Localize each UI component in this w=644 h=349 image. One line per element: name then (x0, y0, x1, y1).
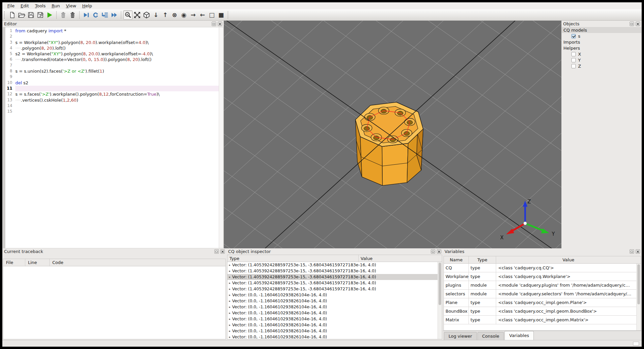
variable-row[interactable]: Planetype<class 'cadquery.occ_impl.geom.… (444, 298, 641, 307)
editor-close-button[interactable] (218, 22, 222, 26)
checkbox-x[interactable] (571, 52, 576, 56)
editor-vertical-scrollbar[interactable] (219, 27, 223, 248)
traceback-col-line[interactable]: Line (25, 259, 50, 266)
variables-float-button[interactable] (630, 249, 634, 254)
checkbox-y[interactable] (571, 58, 576, 62)
expand-arrow-icon[interactable]: ▸ (227, 268, 232, 274)
fit-all-button[interactable] (133, 10, 142, 20)
inspector-row[interactable]: ▸Vector: (0.0, -1.1604610293826104e-16, … (227, 316, 438, 322)
iso-view-button[interactable] (142, 10, 151, 20)
view-right-button[interactable]: → (188, 10, 198, 20)
objects-item-s[interactable]: s (562, 33, 641, 39)
traceback-close-button[interactable] (220, 249, 225, 254)
variables-close-button[interactable] (636, 249, 640, 254)
code-area[interactable]: 1from cadquery import *23s = Workplane("… (5, 28, 219, 114)
expand-arrow-icon[interactable]: ▸ (227, 286, 232, 292)
menu-edit[interactable]: Edit (18, 3, 32, 9)
view-top-button[interactable]: ↑ (161, 10, 170, 20)
debug-step-into-button[interactable] (100, 10, 110, 20)
expand-arrow-icon[interactable]: ▸ (227, 262, 232, 268)
inspector-row[interactable]: ▸Vector: (0.0, -1.1604610293826104e-16, … (227, 322, 438, 328)
3d-viewport[interactable]: Z X Y (224, 21, 561, 248)
variables-scrollbar[interactable] (636, 264, 641, 330)
objects-group-imports[interactable]: Imports (562, 39, 641, 45)
objects-item-z[interactable]: Z (562, 63, 641, 69)
zoom-magnifier-button[interactable] (123, 10, 133, 20)
resize-grip[interactable] (633, 342, 639, 346)
debug-continue-button[interactable] (110, 10, 119, 20)
inspector-row[interactable]: ▸Vector: (1.4053924288597253e-15, -3.680… (227, 286, 438, 292)
view-bottom-button[interactable]: ↓ (151, 10, 161, 20)
expand-arrow-icon[interactable]: ▸ (227, 280, 232, 286)
inspector-row[interactable]: ▸Vector: (0.0, -1.1604610293826104e-16, … (227, 298, 438, 304)
save-as-button[interactable] (36, 10, 45, 20)
inspector-row[interactable]: ▸Vector: (0.0, -1.1604610293826104e-16, … (227, 304, 438, 310)
inspector-float-button[interactable] (431, 249, 435, 254)
inspector-row[interactable]: ▸Vector: (0.0, -1.1604610293826104e-16, … (227, 328, 438, 334)
inspector-row[interactable]: ▸Vector: (1.4053924288597253e-15, -3.680… (227, 268, 438, 274)
inspector-row[interactable]: ▸Vector: (1.4053924288597253e-15, -3.680… (227, 262, 438, 268)
variable-row[interactable]: Workplanetype<class 'cadquery.cq.Workpla… (444, 272, 641, 281)
view-back-button[interactable]: ◉ (179, 10, 188, 20)
menu-run[interactable]: Run (49, 3, 63, 9)
variable-row[interactable]: selectorsmodule<module 'cadquery.selecto… (444, 290, 641, 298)
editor-float-button[interactable] (212, 22, 216, 26)
variable-row[interactable]: Matrixtype<class 'cadquery.occ_impl.geom… (444, 316, 641, 324)
code-editor[interactable]: 1from cadquery import *23s = Workplane("… (3, 27, 223, 248)
objects-item-y[interactable]: Y (562, 57, 641, 63)
expand-arrow-icon[interactable]: ▸ (227, 334, 232, 339)
menu-view[interactable]: View (63, 3, 79, 9)
expand-arrow-icon[interactable]: ▸ (227, 292, 232, 298)
tab-log-viewer[interactable]: Log viewer (444, 332, 477, 340)
variables-col-type[interactable]: Type (469, 256, 496, 263)
debug-step-button[interactable] (91, 10, 100, 20)
menu-file[interactable]: File (4, 3, 18, 9)
render-run-button[interactable] (45, 10, 54, 20)
objects-item-x[interactable]: X (562, 51, 641, 57)
view-front-button[interactable]: ⊗ (170, 10, 179, 20)
viewport-canvas[interactable]: Z X Y (224, 21, 561, 248)
expand-arrow-icon[interactable]: ▸ (227, 322, 232, 328)
clean-console-button[interactable] (59, 10, 68, 20)
variables-col-value[interactable]: Value (496, 256, 641, 263)
save-button[interactable] (26, 10, 36, 20)
inspector-scrollbar[interactable] (438, 262, 442, 339)
variable-row[interactable]: BoundBoxtype<class 'cadquery.occ_impl.ge… (444, 307, 641, 316)
view-left-button[interactable]: ← (198, 10, 207, 20)
checkbox-z[interactable] (571, 64, 576, 68)
expand-arrow-icon[interactable]: ▸ (227, 328, 232, 334)
variable-row[interactable]: pluginsmodule<module 'cadquery.plugins' … (444, 281, 641, 290)
expand-arrow-icon[interactable]: ▸ (227, 316, 232, 322)
variables-col-name[interactable]: Name (444, 256, 469, 263)
toolbar-drag-handle[interactable] (4, 11, 6, 19)
checkbox-s[interactable] (571, 34, 576, 38)
expand-arrow-icon[interactable]: ▸ (227, 304, 232, 310)
menu-tools[interactable]: Tools (32, 3, 49, 9)
delete-all-button[interactable] (68, 10, 77, 20)
objects-group-helpers[interactable]: Helpers (562, 45, 641, 51)
inspector-row[interactable]: ▸Vector: (0.0, -1.1604610293826104e-16, … (227, 334, 438, 339)
variables-scrollbar-thumb[interactable] (637, 264, 640, 304)
traceback-col-code[interactable]: Code (50, 259, 225, 266)
inspector-row[interactable]: ▸Vector: (0.0, -1.1604610293826104e-16, … (227, 310, 438, 316)
debug-run-button[interactable] (82, 10, 91, 20)
inspector-row[interactable]: ▸Vector: (1.4053924288597253e-15, -3.680… (227, 274, 438, 280)
wireframe-button[interactable]: □ (207, 10, 216, 20)
new-file-button[interactable] (8, 10, 17, 20)
inspector-row[interactable]: ▸Vector: (0.0, -1.1604610293826104e-16, … (227, 292, 438, 298)
objects-group-cq-models[interactable]: CQ models (562, 27, 641, 33)
inspector-col-type[interactable]: Type (227, 255, 359, 262)
expand-arrow-icon[interactable]: ▸ (227, 274, 232, 280)
open-file-button[interactable] (17, 10, 26, 20)
inspector-row[interactable]: ▸Vector: (1.4053924288597253e-15, -3.680… (227, 280, 438, 286)
tab-variables[interactable]: Variables (504, 331, 533, 340)
expand-arrow-icon[interactable]: ▸ (227, 298, 232, 304)
shaded-button[interactable]: ■ (216, 10, 226, 20)
traceback-col-file[interactable]: File (3, 259, 25, 266)
variable-row[interactable]: CQtype<class 'cadquery.cq.CQ'> (444, 264, 641, 272)
inspector-col-value[interactable]: Value (359, 255, 442, 262)
objects-close-button[interactable] (636, 22, 640, 26)
menu-help[interactable]: Help (79, 3, 95, 9)
traceback-float-button[interactable] (214, 249, 219, 254)
tab-console[interactable]: Console (478, 332, 504, 340)
